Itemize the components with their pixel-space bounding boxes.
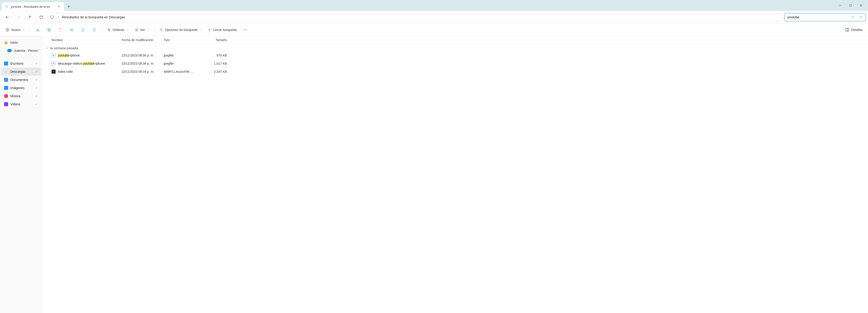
sidebar-item-descargas[interactable]: Descargas (1, 68, 41, 76)
window-minimize-button[interactable] (835, 0, 845, 11)
svg-line-26 (37, 29, 39, 31)
svg-point-43 (245, 29, 246, 30)
pin-icon[interactable] (35, 79, 38, 81)
sidebar-item-imagenes[interactable]: Imágenes (1, 84, 41, 92)
search-clear-button[interactable] (850, 14, 856, 20)
file-type: jpegfile (164, 62, 200, 65)
file-date: 23/11/2023 08:36 p. m. (122, 62, 164, 65)
svg-rect-28 (48, 29, 50, 31)
chevron-down-icon (46, 47, 49, 50)
delete-button[interactable] (89, 25, 99, 34)
svg-point-18 (860, 16, 862, 18)
search-options-button[interactable]: Opciones de búsqueda (157, 25, 204, 34)
search-box[interactable] (784, 13, 866, 21)
pin-icon[interactable] (35, 103, 38, 105)
sidebar-item-musica[interactable]: Música (1, 92, 41, 100)
close-icon (208, 28, 211, 31)
nav-back-button[interactable] (2, 13, 12, 22)
svg-rect-13 (51, 16, 54, 18)
tab-close-button[interactable] (57, 4, 61, 9)
share-button[interactable] (78, 25, 88, 34)
file-type: jpegfile (164, 54, 200, 57)
sidebar-item-label: Imágenes (10, 86, 32, 90)
cut-button[interactable] (33, 25, 43, 34)
file-date: 23/11/2023 08:56 p. m. (122, 54, 164, 57)
music-icon (4, 94, 8, 98)
toolbar: Nuevo Ordenar Ver Opciones de búsqueda (0, 24, 868, 36)
breadcrumb-text[interactable]: Resultados de la búsqueda en Descargas (62, 15, 125, 19)
tab-active[interactable]: youtube - Resultados de la bú (2, 2, 64, 11)
file-row[interactable]: index.nsfw22/11/2023 06:16 p. m.WMP11.As… (42, 68, 868, 76)
picture-icon (4, 86, 8, 90)
download-icon (4, 70, 8, 74)
sidebar-item-onedrive[interactable]: Juanma - Person (4, 46, 42, 55)
search-options-label: Opciones de búsqueda (165, 28, 197, 32)
search-icon (160, 28, 163, 32)
search-icon (5, 5, 8, 8)
chevron-down-icon (147, 29, 149, 31)
navbar: Resultados de la búsqueda en Descargas (0, 11, 868, 24)
file-size: 976 KB (200, 54, 227, 57)
chevron-right-icon[interactable] (0, 50, 3, 52)
new-button[interactable]: Nuevo (3, 25, 27, 34)
svg-line-1 (7, 7, 8, 8)
file-row[interactable]: youtube-iphone23/11/2023 08:56 p. m.jpeg… (42, 51, 868, 59)
nav-refresh-button[interactable] (36, 13, 46, 22)
pin-icon[interactable] (35, 70, 38, 73)
titlebar: youtube - Resultados de la bú (0, 0, 868, 11)
view-button-label: Ver (140, 28, 145, 32)
pin-icon[interactable] (35, 62, 38, 65)
paste-button[interactable] (55, 25, 65, 34)
pin-icon[interactable] (35, 95, 38, 97)
new-tab-button[interactable] (64, 2, 73, 11)
file-type: WMP11.AssocFile.... (164, 70, 200, 73)
col-name-header[interactable]: Nombre (46, 38, 122, 42)
close-search-button[interactable]: Cerrar búsqueda (206, 25, 239, 34)
nav-forward-button[interactable] (13, 13, 24, 22)
address-bar[interactable]: Resultados de la búsqueda en Descargas (48, 13, 783, 21)
nav-up-button[interactable] (25, 13, 35, 22)
search-go-button[interactable] (858, 14, 864, 20)
svg-point-44 (246, 29, 247, 30)
window-maximize-button[interactable] (845, 0, 856, 11)
details-pane-button[interactable]: Detalles (843, 25, 865, 34)
sidebar-item-documentos[interactable]: Documentos (1, 76, 41, 84)
col-date-label: Fecha de modificación (122, 38, 153, 42)
toolbar-sep (154, 27, 155, 33)
col-type-header[interactable]: Tipo (164, 38, 200, 42)
sort-button[interactable]: Ordenar (105, 25, 131, 34)
chevron-down-icon (142, 38, 144, 40)
video-file-icon (52, 70, 56, 74)
search-input[interactable] (787, 15, 848, 19)
sidebar-item-home[interactable]: Inicio (1, 38, 41, 46)
window-close-button[interactable] (856, 0, 866, 11)
group-header[interactable]: la semana pasada (42, 44, 868, 51)
view-button[interactable]: Ver (132, 25, 152, 34)
more-button[interactable] (240, 25, 250, 34)
rename-button[interactable] (67, 25, 76, 34)
svg-point-38 (160, 29, 162, 30)
file-size: 1,017 KB (200, 62, 227, 65)
sidebar-item-videos[interactable]: Vídeos (1, 100, 41, 108)
copy-button[interactable] (44, 25, 54, 34)
svg-point-0 (6, 5, 7, 7)
search-highlight: youtube (58, 54, 69, 57)
pin-icon[interactable] (35, 87, 38, 89)
chevron-down-icon (127, 29, 129, 31)
monitor-icon (4, 61, 8, 66)
svg-line-25 (37, 29, 39, 31)
sidebar-item-escritorio[interactable]: Escritorio (1, 59, 41, 68)
sidebar-account-label: Juanma - Person (14, 49, 39, 53)
tab-title: youtube - Resultados de la bú (11, 5, 54, 8)
chevron-right-icon[interactable] (57, 16, 59, 19)
col-date-header[interactable]: Fecha de modificación (122, 38, 164, 42)
column-headers: Nombre Fecha de modificación Tipo Tamaño (42, 36, 868, 44)
file-name: youtube-iphone (58, 54, 80, 57)
cloud-icon (7, 49, 12, 52)
file-row[interactable]: descargar-videos-youtube-iphone23/11/202… (42, 59, 868, 68)
svg-rect-7 (850, 4, 851, 6)
image-file-icon (52, 61, 56, 66)
col-size-header[interactable]: Tamaño (200, 38, 227, 42)
svg-rect-27 (49, 29, 51, 31)
sidebar: Inicio Juanma - Person Escritorio Descar… (0, 36, 42, 313)
